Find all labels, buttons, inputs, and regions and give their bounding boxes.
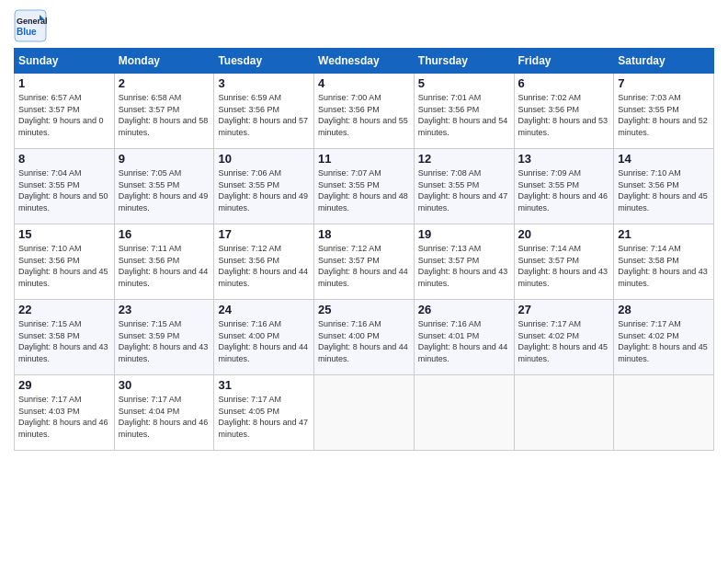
calendar-day: 28Sunrise: 7:17 AMSunset: 4:02 PMDayligh… <box>614 300 714 375</box>
calendar-day: 5Sunrise: 7:01 AMSunset: 3:56 PMDaylight… <box>414 74 514 149</box>
calendar-day: 24Sunrise: 7:16 AMSunset: 4:00 PMDayligh… <box>214 300 314 375</box>
calendar-day: 2Sunrise: 6:58 AMSunset: 3:57 PMDaylight… <box>114 74 214 149</box>
calendar-day: 16Sunrise: 7:11 AMSunset: 3:56 PMDayligh… <box>114 224 214 300</box>
calendar-week: 8Sunrise: 7:04 AMSunset: 3:55 PMDaylight… <box>15 149 714 224</box>
day-number: 15 <box>18 227 110 241</box>
day-info: Sunrise: 7:05 AMSunset: 3:55 PMDaylight:… <box>119 167 210 213</box>
calendar-day: 23Sunrise: 7:15 AMSunset: 3:59 PMDayligh… <box>114 300 214 375</box>
calendar-day: 30Sunrise: 7:17 AMSunset: 4:04 PMDayligh… <box>114 375 214 451</box>
day-number: 30 <box>119 378 210 392</box>
day-number: 17 <box>218 227 310 241</box>
calendar-day: 27Sunrise: 7:17 AMSunset: 4:02 PMDayligh… <box>514 300 614 375</box>
day-number: 6 <box>518 76 610 90</box>
calendar-day: 12Sunrise: 7:08 AMSunset: 3:55 PMDayligh… <box>414 149 514 224</box>
calendar-day: 21Sunrise: 7:14 AMSunset: 3:58 PMDayligh… <box>614 224 714 300</box>
calendar-day: 20Sunrise: 7:14 AMSunset: 3:57 PMDayligh… <box>514 224 614 300</box>
weekday-header: Sunday <box>15 49 115 74</box>
calendar-day: 8Sunrise: 7:04 AMSunset: 3:55 PMDaylight… <box>15 149 115 224</box>
calendar-day: 19Sunrise: 7:13 AMSunset: 3:57 PMDayligh… <box>414 224 514 300</box>
day-number: 13 <box>518 152 610 166</box>
day-info: Sunrise: 7:14 AMSunset: 3:57 PMDaylight:… <box>518 243 610 289</box>
day-info: Sunrise: 7:03 AMSunset: 3:55 PMDaylight:… <box>618 92 710 138</box>
day-info: Sunrise: 7:17 AMSunset: 4:02 PMDaylight:… <box>618 318 710 364</box>
day-number: 12 <box>418 152 510 166</box>
day-number: 8 <box>18 152 110 166</box>
weekday-header: Saturday <box>614 49 714 74</box>
calendar-day: 7Sunrise: 7:03 AMSunset: 3:55 PMDaylight… <box>614 74 714 149</box>
weekday-header: Thursday <box>414 49 514 74</box>
weekday-header: Monday <box>114 49 214 74</box>
day-info: Sunrise: 7:10 AMSunset: 3:56 PMDaylight:… <box>618 167 710 213</box>
calendar-day <box>614 375 714 451</box>
calendar-week: 22Sunrise: 7:15 AMSunset: 3:58 PMDayligh… <box>15 300 714 375</box>
day-info: Sunrise: 7:06 AMSunset: 3:55 PMDaylight:… <box>218 167 310 213</box>
calendar-day: 13Sunrise: 7:09 AMSunset: 3:55 PMDayligh… <box>514 149 614 224</box>
calendar-day: 29Sunrise: 7:17 AMSunset: 4:03 PMDayligh… <box>15 375 115 451</box>
header: General Blue <box>14 9 714 42</box>
day-info: Sunrise: 7:11 AMSunset: 3:56 PMDaylight:… <box>119 243 210 289</box>
day-info: Sunrise: 7:12 AMSunset: 3:56 PMDaylight:… <box>218 243 310 289</box>
day-info: Sunrise: 7:09 AMSunset: 3:55 PMDaylight:… <box>518 167 610 213</box>
header-row: SundayMondayTuesdayWednesdayThursdayFrid… <box>15 49 714 74</box>
day-info: Sunrise: 7:17 AMSunset: 4:04 PMDaylight:… <box>119 394 210 440</box>
day-number: 28 <box>618 303 710 316</box>
day-info: Sunrise: 7:17 AMSunset: 4:05 PMDaylight:… <box>218 394 310 440</box>
calendar-day: 22Sunrise: 7:15 AMSunset: 3:58 PMDayligh… <box>15 300 115 375</box>
day-number: 1 <box>18 76 110 90</box>
calendar-day <box>314 375 415 451</box>
calendar-body: 1Sunrise: 6:57 AMSunset: 3:57 PMDaylight… <box>15 74 714 451</box>
calendar-day: 17Sunrise: 7:12 AMSunset: 3:56 PMDayligh… <box>214 224 314 300</box>
calendar-day: 3Sunrise: 6:59 AMSunset: 3:56 PMDaylight… <box>214 74 314 149</box>
calendar-day: 14Sunrise: 7:10 AMSunset: 3:56 PMDayligh… <box>614 149 714 224</box>
page-container: General Blue SundayMondayTuesdayWednesda… <box>0 0 728 460</box>
weekday-header: Friday <box>514 49 614 74</box>
calendar-day: 11Sunrise: 7:07 AMSunset: 3:55 PMDayligh… <box>314 149 415 224</box>
day-number: 21 <box>618 227 710 241</box>
day-number: 11 <box>318 152 410 166</box>
day-number: 16 <box>119 227 210 241</box>
day-info: Sunrise: 7:14 AMSunset: 3:58 PMDaylight:… <box>618 243 710 289</box>
day-info: Sunrise: 7:13 AMSunset: 3:57 PMDaylight:… <box>418 243 510 289</box>
calendar-day <box>514 375 614 451</box>
logo: General Blue <box>14 9 47 42</box>
day-number: 23 <box>119 303 210 316</box>
day-info: Sunrise: 7:10 AMSunset: 3:56 PMDaylight:… <box>18 243 110 289</box>
calendar-day: 4Sunrise: 7:00 AMSunset: 3:56 PMDaylight… <box>314 74 415 149</box>
day-number: 14 <box>618 152 710 166</box>
day-info: Sunrise: 7:02 AMSunset: 3:56 PMDaylight:… <box>518 92 610 138</box>
day-info: Sunrise: 7:01 AMSunset: 3:56 PMDaylight:… <box>418 92 510 138</box>
weekday-header: Wednesday <box>314 49 415 74</box>
day-number: 29 <box>18 378 110 392</box>
day-number: 3 <box>218 76 310 90</box>
day-number: 2 <box>119 76 210 90</box>
day-info: Sunrise: 7:12 AMSunset: 3:57 PMDaylight:… <box>318 243 410 289</box>
calendar-day: 6Sunrise: 7:02 AMSunset: 3:56 PMDaylight… <box>514 74 614 149</box>
logo-svg: General Blue <box>14 9 47 42</box>
day-info: Sunrise: 7:16 AMSunset: 4:01 PMDaylight:… <box>418 318 510 364</box>
day-info: Sunrise: 6:58 AMSunset: 3:57 PMDaylight:… <box>119 92 210 138</box>
calendar-header: SundayMondayTuesdayWednesdayThursdayFrid… <box>15 49 714 74</box>
calendar-day: 15Sunrise: 7:10 AMSunset: 3:56 PMDayligh… <box>15 224 115 300</box>
day-info: Sunrise: 7:15 AMSunset: 3:59 PMDaylight:… <box>119 318 210 364</box>
day-number: 22 <box>18 303 110 316</box>
day-info: Sunrise: 6:59 AMSunset: 3:56 PMDaylight:… <box>218 92 310 138</box>
day-number: 20 <box>518 227 610 241</box>
calendar-day: 26Sunrise: 7:16 AMSunset: 4:01 PMDayligh… <box>414 300 514 375</box>
day-info: Sunrise: 7:04 AMSunset: 3:55 PMDaylight:… <box>18 167 110 213</box>
day-number: 26 <box>418 303 510 316</box>
weekday-header: Tuesday <box>214 49 314 74</box>
day-number: 27 <box>518 303 610 316</box>
calendar-table: SundayMondayTuesdayWednesdayThursdayFrid… <box>14 48 714 451</box>
day-info: Sunrise: 7:16 AMSunset: 4:00 PMDaylight:… <box>218 318 310 364</box>
calendar-day: 18Sunrise: 7:12 AMSunset: 3:57 PMDayligh… <box>314 224 415 300</box>
day-number: 5 <box>418 76 510 90</box>
calendar-day: 25Sunrise: 7:16 AMSunset: 4:00 PMDayligh… <box>314 300 415 375</box>
day-info: Sunrise: 7:00 AMSunset: 3:56 PMDaylight:… <box>318 92 410 138</box>
svg-text:Blue: Blue <box>17 27 37 37</box>
calendar-week: 15Sunrise: 7:10 AMSunset: 3:56 PMDayligh… <box>15 224 714 300</box>
calendar-day <box>414 375 514 451</box>
day-number: 25 <box>318 303 410 316</box>
calendar-week: 29Sunrise: 7:17 AMSunset: 4:03 PMDayligh… <box>15 375 714 451</box>
day-info: Sunrise: 7:08 AMSunset: 3:55 PMDaylight:… <box>418 167 510 213</box>
calendar-day: 1Sunrise: 6:57 AMSunset: 3:57 PMDaylight… <box>15 74 115 149</box>
